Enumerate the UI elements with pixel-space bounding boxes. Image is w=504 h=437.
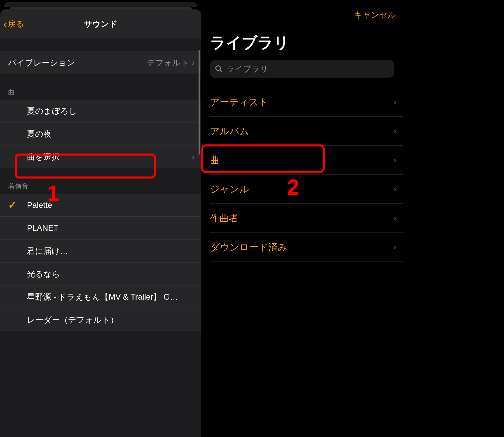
row-label: PLANET — [27, 223, 195, 233]
ringtone-item[interactable]: レーダー（デフォルト） — [0, 308, 201, 331]
row-label: 夏の夜 — [27, 129, 195, 139]
row-label: 作曲者 — [210, 212, 394, 225]
svg-line-1 — [220, 70, 222, 72]
section-header-label: 着信音 — [8, 182, 193, 191]
vibration-row[interactable]: バイブレーション デフォルト › — [0, 51, 201, 74]
library-row-artists[interactable]: アーティスト › — [210, 88, 403, 117]
choose-song-row[interactable]: 曲を選択 › — [0, 145, 201, 168]
chevron-right-icon: › — [394, 98, 396, 107]
songs-section-header: 曲 — [0, 74, 201, 100]
cancel-button[interactable]: キャンセル — [354, 9, 396, 20]
annotation-number-2: 2 — [287, 175, 299, 200]
sound-modal: ‹ 戻る サウンド バイブレーション デフォルト › 曲 夏のまぼろし 夏の夜 … — [0, 9, 201, 437]
ringtones-section-header: 着信音 — [0, 168, 201, 194]
back-button[interactable]: ‹ 戻る — [3, 18, 24, 30]
row-label: レーダー（デフォルト） — [27, 315, 195, 325]
sound-settings-panel: ‹ 戻る サウンド バイブレーション デフォルト › 曲 夏のまぼろし 夏の夜 … — [0, 0, 201, 437]
search-icon — [215, 65, 223, 73]
svg-point-0 — [216, 66, 220, 71]
ringtone-item[interactable]: PLANET — [0, 217, 201, 240]
section-gap — [0, 38, 201, 51]
song-item[interactable]: 夏の夜 — [0, 122, 201, 145]
library-row-downloaded[interactable]: ダウンロード済み › — [210, 233, 403, 262]
row-label: ダウンロード済み — [210, 241, 394, 254]
song-item[interactable]: 夏のまぼろし — [0, 100, 201, 122]
ringtone-item[interactable]: ✓ Palette — [0, 194, 201, 217]
row-label: アルバム — [210, 125, 394, 138]
row-label: ジャンル — [210, 183, 394, 196]
row-label: 曲を選択 — [27, 152, 192, 162]
row-label: アーティスト — [210, 96, 394, 109]
modal-stack-layer — [4, 2, 197, 7]
chevron-right-icon: › — [394, 214, 396, 223]
row-label: 曲 — [210, 154, 394, 167]
row-value: デフォルト — [147, 57, 189, 68]
chevron-right-icon: › — [394, 127, 396, 136]
scroll-track — [199, 50, 200, 437]
library-panel: キャンセル ライブラリ ライブラリ アーティスト › アルバム › 曲 › ジャ… — [201, 0, 403, 437]
checkmark-icon: ✓ — [8, 199, 27, 211]
library-title: ライブラリ — [201, 0, 403, 60]
annotation-number-1: 1 — [47, 181, 59, 206]
chevron-right-icon: › — [394, 243, 396, 252]
row-label: 君に届け… — [27, 246, 195, 256]
row-label: 星野源 - ドラえもん【MV & Trailer】 G… — [27, 292, 195, 302]
library-row-genres[interactable]: ジャンル › — [210, 175, 403, 204]
section-header-label: 曲 — [8, 88, 193, 97]
ringtone-item[interactable]: 君に届け… — [0, 240, 201, 263]
row-label: バイブレーション — [8, 57, 147, 68]
chevron-right-icon: › — [394, 185, 396, 194]
library-row-albums[interactable]: アルバム › — [210, 117, 403, 146]
search-input[interactable]: ライブラリ — [210, 60, 394, 78]
search-placeholder: ライブラリ — [226, 63, 268, 74]
library-list: アーティスト › アルバム › 曲 › ジャンル › 作曲者 › ダウンロード済… — [201, 88, 403, 262]
ringtone-item[interactable]: 光るなら — [0, 263, 201, 285]
nav-header: ‹ 戻る サウンド — [0, 9, 201, 38]
chevron-right-icon: › — [394, 156, 396, 165]
library-row-songs[interactable]: 曲 › — [210, 146, 403, 175]
page-title: サウンド — [84, 19, 118, 29]
ringtone-item[interactable]: 星野源 - ドラえもん【MV & Trailer】 G… — [0, 285, 201, 308]
row-label: 光るなら — [27, 269, 195, 279]
scroll-thumb[interactable] — [199, 50, 200, 155]
row-label: 夏のまぼろし — [27, 106, 195, 116]
chevron-right-icon: › — [192, 152, 195, 162]
chevron-left-icon: ‹ — [3, 18, 7, 30]
library-row-composers[interactable]: 作曲者 › — [210, 204, 403, 233]
back-label: 戻る — [8, 19, 24, 29]
chevron-right-icon: › — [192, 58, 195, 67]
